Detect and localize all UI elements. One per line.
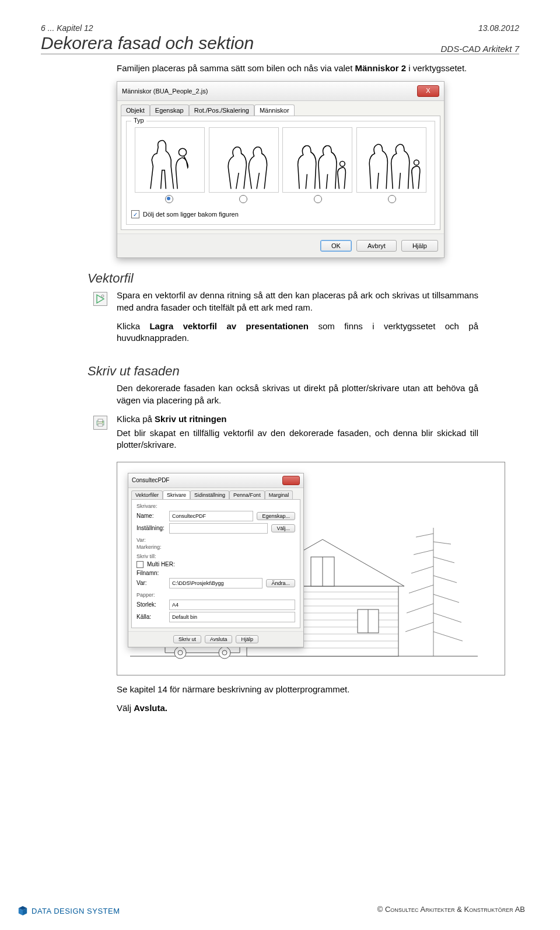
tab-marginal[interactable]: Marginal — [265, 490, 293, 499]
markering-label: Markering: — [136, 544, 295, 550]
closing-p2-pre: Välj — [117, 703, 134, 713]
print-cancel-button[interactable]: Avsluta — [205, 635, 232, 643]
svg-point-7 — [102, 422, 103, 423]
silhouette-option-1[interactable] — [135, 127, 205, 193]
dialog-title: Människor (BUA_People_2.js) — [122, 88, 208, 95]
silhouette-option-3[interactable] — [282, 127, 352, 193]
closing-p2-bold: Avsluta. — [134, 703, 167, 713]
skrivut-p2-pre: Klicka på — [117, 414, 155, 424]
radio-option-4[interactable] — [388, 195, 396, 203]
close-icon[interactable] — [282, 476, 300, 485]
svg-point-1 — [340, 161, 345, 166]
svg-point-3 — [102, 295, 104, 297]
svg-point-29 — [219, 647, 230, 659]
cancel-button[interactable]: Avbryt — [356, 240, 397, 252]
vektorfil-p2: Klicka Lagra vektorfil av presentationen… — [117, 321, 478, 344]
var2-label: Var: — [136, 580, 166, 586]
footer-logo-text: DATA DESIGN SYSTEM — [32, 907, 120, 915]
typ-legend: Typ — [131, 117, 146, 124]
tab-pennafont[interactable]: Penna/Font — [229, 490, 265, 499]
chapter-label: 6 ... Kapitel 12 — [41, 23, 93, 33]
footer-logo: DATA DESIGN SYSTEM — [18, 905, 120, 916]
skrivut-p2-bold: Skriv ut ritningen — [155, 414, 226, 424]
print-dialog: ConsultecPDF Vektorfiler Skrivare Sidins… — [128, 473, 304, 647]
print-dialog-title: ConsultecPDF — [132, 477, 169, 483]
install-label: Inställning: — [136, 525, 166, 531]
vektorfil-p2-bold: Lagra vektorfil av presentationen — [149, 321, 309, 331]
vektorfil-heading: Vektorfil — [88, 271, 519, 286]
vektorfil-p2-pre: Klicka — [117, 321, 149, 331]
vektorfil-p1: Spara en vektorfil av denna ritning så a… — [117, 290, 478, 314]
hide-behind-label: Dölj det som ligger bakom figuren — [143, 211, 239, 218]
storlek-field[interactable]: A4 — [169, 600, 295, 610]
egenskap-button[interactable]: Egenskap... — [257, 512, 295, 520]
people-dialog: Människor (BUA_People_2.js) X Objekt Ege… — [117, 81, 444, 258]
radio-option-1[interactable] — [165, 195, 173, 203]
closing-p2: Välj Avsluta. — [117, 702, 478, 714]
papper-label: Papper: — [136, 592, 295, 598]
var-label: Var: — [136, 537, 295, 543]
svg-point-0 — [178, 148, 186, 156]
tab-egenskap[interactable]: Egenskap — [150, 105, 189, 116]
name-label: Name: — [136, 513, 166, 519]
tab-objekt[interactable]: Objekt — [121, 105, 150, 116]
tab-vektorfiler[interactable]: Vektorfiler — [131, 490, 163, 499]
print-illustration: ConsultecPDF Vektorfiler Skrivare Sidins… — [117, 462, 505, 675]
skrivut-p1: Den dekorerade fasaden kan också skrivas… — [117, 382, 478, 406]
skrivut-p2: Klicka på Skriv ut ritningen — [117, 413, 478, 425]
kalla-field[interactable]: Default bin — [169, 612, 295, 622]
radio-option-3[interactable] — [314, 195, 322, 203]
skrivut-p3: Det blir skapat en tillfällig vektorfil … — [117, 427, 478, 451]
tab-sidinstallning[interactable]: Sidinställning — [190, 490, 229, 499]
save-vector-icon — [93, 292, 107, 306]
tab-rotpos[interactable]: Rot./Pos./Skalering — [189, 105, 254, 116]
valj-button[interactable]: Välj... — [271, 524, 295, 532]
cube-icon — [18, 905, 28, 916]
print-help-button[interactable]: Hjälp — [236, 635, 258, 643]
footer-copyright: © Consultec Arkitekter & Konstruktörer A… — [377, 905, 525, 914]
multi-label: Multi HER: — [147, 561, 175, 567]
closing-p1: Se kapitel 14 för närmare beskrivning av… — [117, 684, 478, 695]
intro-text: Familjen placeras på samma sätt som bile… — [117, 62, 478, 74]
intro-post: i verktygssetet. — [406, 63, 467, 73]
skrivut-heading: Skriv ut fasaden — [88, 364, 519, 379]
close-icon[interactable]: X — [417, 85, 439, 97]
var-field[interactable]: C:\DDS\Prosjekt\Bygg — [169, 578, 262, 588]
print-icon — [93, 416, 107, 430]
silhouette-option-2[interactable] — [209, 127, 279, 193]
svg-rect-5 — [98, 419, 103, 422]
ok-button[interactable]: OK — [320, 240, 352, 252]
svg-rect-6 — [98, 424, 103, 426]
name-field[interactable]: ConsultecPDF — [169, 511, 253, 521]
radio-option-2[interactable] — [239, 195, 247, 203]
silhouette-option-4[interactable] — [356, 127, 426, 193]
skrivtil-label: Skriv till: — [136, 553, 295, 559]
storlek-label: Storlek: — [136, 601, 166, 608]
group-skrivare: Skrivare: — [136, 503, 295, 509]
tab-manniskor[interactable]: Människor — [254, 105, 295, 116]
intro-bold: Människor 2 — [355, 63, 407, 73]
page-subtitle: DDS-CAD Arkitekt 7 — [441, 44, 519, 54]
andra-button[interactable]: Ändra... — [266, 579, 295, 587]
help-button[interactable]: Hjälp — [401, 240, 438, 252]
svg-point-2 — [414, 160, 419, 165]
intro-pre: Familjen placeras på samma sätt som bile… — [117, 63, 355, 73]
date-label: 13.08.2012 — [478, 23, 519, 33]
install-field[interactable] — [169, 523, 268, 534]
kalla-label: Källa: — [136, 614, 166, 620]
hide-behind-checkbox[interactable]: ✓ — [131, 210, 139, 218]
page-title: Dekorera fasad och sektion — [41, 33, 254, 54]
filnamn-label: Filnamn: — [136, 570, 166, 576]
print-button[interactable]: Skriv ut — [173, 635, 201, 643]
multi-checkbox[interactable] — [136, 561, 144, 568]
tab-skrivare[interactable]: Skrivare — [163, 490, 190, 499]
svg-point-27 — [174, 647, 186, 659]
